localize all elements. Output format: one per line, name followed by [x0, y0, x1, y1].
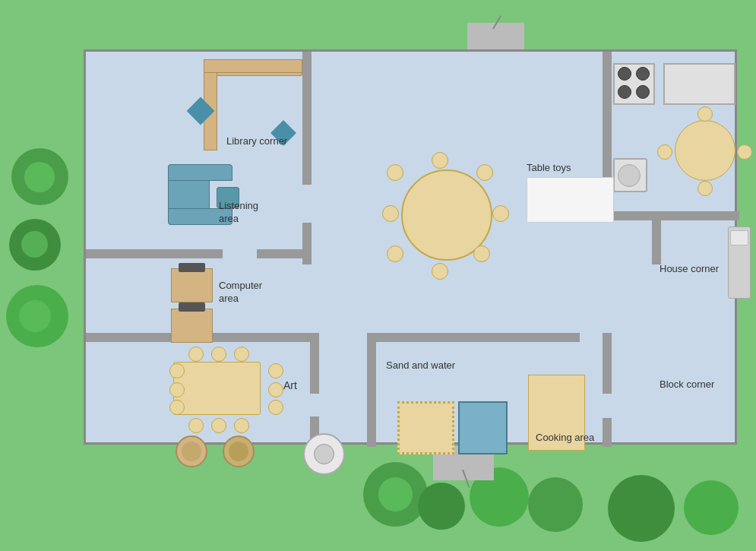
ct-chair-nw — [387, 164, 403, 181]
cooking-area-label: Cooking area — [536, 432, 594, 445]
sink-bowl — [618, 164, 641, 187]
circular-item-inner — [314, 444, 334, 464]
wall-house-corner-left — [652, 211, 661, 264]
burner-2 — [636, 67, 650, 81]
listening-area-label: Listeningarea — [219, 200, 258, 226]
art-chair-6 — [234, 347, 249, 362]
ct-chair-se — [473, 245, 490, 262]
house-corner-label: House corner — [660, 263, 719, 276]
round-chair-1-inner — [182, 442, 201, 461]
wall-right-lower-2 — [603, 418, 612, 447]
table-toys-label: Table toys — [527, 162, 571, 175]
dining-table — [675, 120, 735, 181]
computer-desk-1 — [171, 268, 213, 302]
tree-3-inner — [19, 300, 51, 332]
top-right-cabinet — [663, 63, 735, 105]
ct-chair-e — [492, 205, 509, 222]
entrance-top-path — [467, 23, 524, 53]
art-chair-11 — [211, 418, 226, 433]
wall-right-lower — [603, 333, 612, 394]
sand-table — [397, 401, 454, 454]
wall-bottom-left — [367, 394, 376, 447]
tree-8 — [608, 475, 675, 542]
art-chair-12 — [234, 418, 249, 433]
water-table — [458, 401, 508, 454]
dt-chair-w — [657, 144, 672, 160]
computer-desk-2 — [171, 309, 213, 343]
computer-area-label: Computerarea — [219, 280, 262, 306]
wall-kitchen-bottom — [612, 211, 739, 220]
ct-chair-sw — [387, 245, 403, 262]
dt-chair-e — [737, 144, 752, 160]
bookshelf-corner — [204, 59, 302, 73]
art-chair-10 — [188, 418, 204, 433]
dt-chair-n — [697, 106, 713, 122]
art-chair-4 — [188, 347, 204, 362]
dt-chair-s — [697, 181, 713, 196]
ct-chair-ne — [476, 164, 493, 181]
ct-chair-w — [382, 205, 399, 222]
wall-left-vertical — [302, 52, 312, 185]
sofa-arm-top — [168, 164, 232, 181]
wall-mid-horizontal — [367, 333, 376, 394]
tree-7 — [528, 477, 583, 532]
art-chair-5 — [211, 347, 226, 362]
art-chair-1 — [169, 363, 185, 378]
kitchen-counter — [527, 177, 614, 223]
tree-9 — [684, 480, 739, 535]
tree-1-inner — [24, 162, 55, 192]
wall-library-bottom — [86, 249, 223, 258]
floor-plan: Books Library corner Listeningarea Compu… — [84, 49, 737, 445]
art-chair-7 — [268, 363, 283, 378]
art-label: Art — [283, 378, 297, 392]
library-corner-label: Library corner — [226, 135, 287, 148]
bed-pillow — [730, 230, 748, 245]
burner-4 — [636, 85, 650, 99]
round-chair-2-inner — [229, 442, 248, 461]
art-table — [173, 362, 261, 415]
art-chair-2 — [169, 382, 185, 397]
ct-chair-n — [432, 152, 448, 169]
block-corner-label: Block corner — [660, 378, 714, 391]
sand-water-label: Sand and water — [386, 359, 455, 372]
tree-2-inner — [21, 231, 48, 258]
ct-chair-s — [432, 263, 448, 280]
tree-5 — [418, 483, 465, 530]
burner-1 — [618, 67, 631, 81]
computer-monitor-1 — [179, 263, 205, 272]
computer-monitor-2 — [179, 302, 205, 312]
art-chair-9 — [268, 400, 283, 415]
art-chair-3 — [169, 400, 185, 415]
tree-4-inner — [378, 477, 413, 511]
wall-mid-horizontal-2 — [367, 333, 580, 342]
wall-art-right — [310, 333, 319, 394]
wall-library-bottom-2 — [257, 249, 312, 258]
burner-3 — [618, 85, 631, 99]
art-chair-8 — [268, 382, 283, 397]
